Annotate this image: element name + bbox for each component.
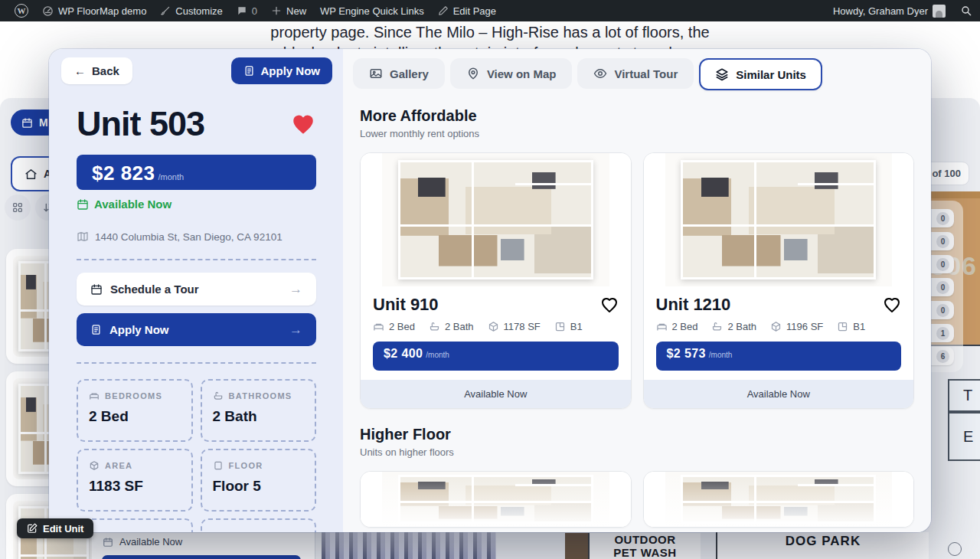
sign-line: DOG PARK xyxy=(786,534,861,548)
layers-icon xyxy=(715,67,729,81)
unit-specs-row: 2 Bed 2 Bath 1196 SF B1 xyxy=(656,321,902,332)
floorplan-grid-cell[interactable]: E xyxy=(948,412,980,461)
search-icon[interactable] xyxy=(960,5,972,17)
floorplan-icon xyxy=(837,321,848,332)
wp-logo-menu[interactable]: W xyxy=(8,0,35,21)
back-button[interactable]: ← Back xyxy=(61,57,132,84)
comments-count: 0 xyxy=(252,5,257,17)
stat-label: FLOOR xyxy=(229,461,263,470)
background-apply-button[interactable] xyxy=(102,555,301,559)
similar-units-panel: Gallery View on Map Virtual Tour Similar… xyxy=(343,49,931,532)
calendar-icon xyxy=(103,537,113,548)
dashboard-gauge-icon xyxy=(42,5,54,17)
site-name-menu[interactable]: WP FloorMap demo xyxy=(35,0,153,21)
cube-icon xyxy=(770,321,782,332)
spec-bed: 2 Bed xyxy=(389,321,415,332)
unit-price: $2 823 xyxy=(92,162,155,185)
bath-icon xyxy=(429,321,440,332)
apply-now-button[interactable]: Apply Now → xyxy=(77,313,316,346)
floorplan-icon xyxy=(554,321,566,332)
tab-view-on-map[interactable]: View on Map xyxy=(450,58,573,89)
favorite-heart-icon[interactable] xyxy=(290,111,316,137)
availability-label: Available Now xyxy=(94,198,172,211)
similar-unit-card[interactable] xyxy=(643,471,915,528)
new-content-menu[interactable]: New xyxy=(264,0,313,21)
tab-virtual-tour[interactable]: Virtual Tour xyxy=(577,58,694,89)
unit-price: $2 573 xyxy=(667,347,706,361)
floorplan-grid-cell[interactable]: T xyxy=(948,379,980,412)
my-account-menu[interactable]: Howdy, Graham Dyer xyxy=(826,0,952,21)
tab-label: Gallery xyxy=(390,67,429,80)
cube-icon xyxy=(89,460,100,471)
section-subtitle: Units on higher floors xyxy=(360,446,914,458)
document-icon xyxy=(90,324,102,335)
spec-plan: B1 xyxy=(853,321,865,332)
background-grid-view-button[interactable] xyxy=(5,195,31,221)
back-arrow-icon: ← xyxy=(74,64,86,77)
section-title: More Affordable xyxy=(360,107,914,125)
map-icon xyxy=(77,230,89,243)
apply-now-label: Apply Now xyxy=(261,64,321,77)
tab-label: View on Map xyxy=(487,67,557,80)
paragraph-line-1: property page. Since The Milo – High-Ris… xyxy=(0,22,980,43)
modal-tabs: Gallery View on Map Virtual Tour Similar… xyxy=(343,49,931,96)
building-photo xyxy=(322,532,496,559)
similar-unit-card[interactable]: Unit 1210 2 Bed 2 Bath 1196 SF B1 $2 573 xyxy=(643,152,915,409)
similar-unit-card[interactable] xyxy=(360,471,632,528)
floor-count-badge: 0 xyxy=(936,258,949,271)
tab-similar-units[interactable]: Similar Units xyxy=(699,58,822,90)
unit-summary-panel: ← Back Apply Now Unit 503 $2 823 /month xyxy=(49,49,343,532)
floor-icon xyxy=(213,460,224,471)
similar-unit-card[interactable]: Unit 910 2 Bed 2 Bath 1178 SF B1 $2 400 xyxy=(360,152,632,409)
favorite-heart-outline-icon[interactable] xyxy=(883,296,901,314)
stat-value: 2 Bath xyxy=(213,408,305,425)
background-unit-detail-panel: Available Now xyxy=(92,532,315,559)
comments-menu[interactable]: 0 xyxy=(230,0,264,21)
customize-menu[interactable]: Customize xyxy=(153,0,229,21)
edit-page-menu[interactable]: Edit Page xyxy=(431,0,503,21)
house-icon xyxy=(24,168,38,181)
unit-availability-strip: Available Now xyxy=(361,380,631,408)
unit-address: 1440 Columbia St, San Diego, CA 92101 xyxy=(95,231,283,243)
background-availability-row: Available Now xyxy=(103,536,182,548)
arrow-right-icon: → xyxy=(289,322,302,338)
schedule-tour-label: Schedule a Tour xyxy=(110,283,199,296)
bed-icon xyxy=(656,321,668,332)
tab-gallery[interactable]: Gallery xyxy=(353,58,445,89)
dashed-divider xyxy=(77,259,316,260)
edit-unit-button[interactable]: Edit Unit xyxy=(17,518,93,538)
stat-floor: FLOOR Floor 5 xyxy=(201,449,317,512)
spec-bed: 2 Bed xyxy=(672,321,698,332)
apply-now-top-button[interactable]: Apply Now xyxy=(231,57,333,84)
spec-area: 1178 SF xyxy=(504,321,541,332)
calendar-icon xyxy=(77,198,89,211)
unit-detail-modal: ← Back Apply Now Unit 503 $2 823 /month xyxy=(49,49,931,532)
unit-address-row: 1440 Columbia St, San Diego, CA 92101 xyxy=(77,230,316,243)
stat-value: Floor 5 xyxy=(213,478,305,495)
grid-cell-letter: T xyxy=(963,387,972,404)
unit-floorplan-image xyxy=(361,472,631,527)
wpengine-quick-links-menu[interactable]: WP Engine Quick Links xyxy=(313,0,431,21)
unit-availability-strip: Available Now xyxy=(644,380,914,408)
map-control-icon[interactable] xyxy=(948,542,962,556)
grid-cell-letter: E xyxy=(963,428,973,446)
favorite-heart-outline-icon[interactable] xyxy=(600,296,619,314)
wp-admin-bar: W WP FloorMap demo Customize 0 New WP En… xyxy=(0,0,980,21)
stat-label: BEDROOMS xyxy=(105,391,162,400)
stat-label: AREA xyxy=(105,461,132,470)
stat-clipped xyxy=(201,518,317,532)
dog-park-sign: DOG PARK xyxy=(716,532,929,559)
new-label: New xyxy=(286,5,306,17)
grid-icon xyxy=(11,201,24,214)
stat-bedrooms: BEDROOMS 2 Bed xyxy=(77,379,193,442)
wordpress-logo-icon: W xyxy=(15,4,28,18)
section-subtitle: Lower monthly rent options xyxy=(360,128,914,139)
bath-icon xyxy=(711,321,723,332)
unit-title: Unit 503 xyxy=(77,104,204,144)
unit-floorplan-image xyxy=(644,472,914,527)
stat-clipped xyxy=(77,518,193,532)
edit-page-label: Edit Page xyxy=(453,5,496,17)
schedule-tour-button[interactable]: Schedule a Tour → xyxy=(77,273,316,306)
edit-unit-label: Edit Unit xyxy=(43,523,83,534)
apply-now-label: Apply Now xyxy=(109,323,169,336)
